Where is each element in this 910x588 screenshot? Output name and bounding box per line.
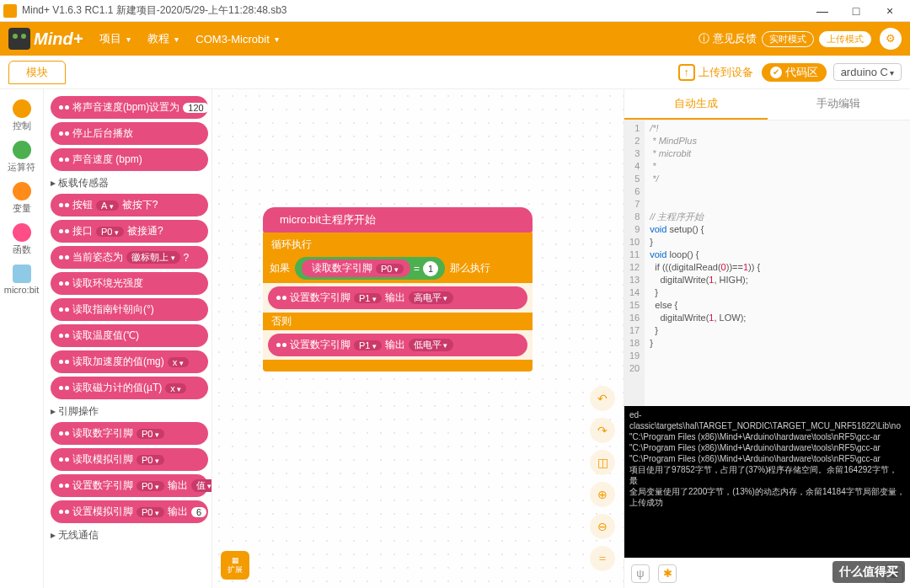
tab-modules[interactable]: 模块	[8, 61, 66, 84]
gear-icon[interactable]: ⚙	[880, 28, 902, 50]
redo-button[interactable]: ↷	[590, 418, 615, 443]
cat-control[interactable]: 控制	[0, 96, 43, 136]
block-bpm[interactable]: 声音速度 (bpm)	[51, 148, 208, 171]
main-area: 控制 运算符 变量 函数 micro:bit 将声音速度(bpm)设置为120 …	[0, 89, 910, 588]
menu-project[interactable]: 项目	[91, 28, 139, 50]
canvas-controls: ↶ ↷ ◫ ⊕ ⊖ ＝	[590, 386, 615, 571]
block-temp[interactable]: 读取温度值(℃)	[51, 324, 208, 347]
block-read-digital[interactable]: 读取数字引脚P0	[302, 259, 410, 277]
block-analog-write[interactable]: 设置模拟引脚P0输出6	[51, 500, 208, 523]
feedback-link[interactable]: ⓘ 意见反馈	[699, 31, 757, 46]
extension-button[interactable]: ▦扩展	[221, 551, 249, 580]
language-select[interactable]: arduino C	[833, 63, 902, 81]
usb-icon[interactable]: ψ	[631, 564, 650, 583]
window-title: Mind+ V1.6.3 RC1.1 新建项目-2020/5/29-上午11:2…	[22, 3, 287, 18]
block-forever[interactable]: 循环执行 如果 读取数字引脚P0 = 1 那么执行 设置数字引脚P1输出高电平 …	[263, 233, 533, 372]
block-analog-read[interactable]: 读取模拟引脚P0	[51, 448, 208, 471]
tab-manual-edit[interactable]: 手动编辑	[768, 89, 911, 120]
mode-upload[interactable]: 上传模式	[819, 31, 871, 47]
else-label: 否则	[263, 313, 533, 330]
forever-label: 循环执行	[263, 236, 533, 254]
block-set-bpm[interactable]: 将声音速度(bpm)设置为120	[51, 96, 208, 119]
logo-icon	[8, 28, 30, 50]
cat-variables[interactable]: 变量	[0, 179, 43, 218]
zoom-reset-button[interactable]: ＝	[590, 546, 615, 571]
zoom-in-button[interactable]: ⊕	[590, 482, 615, 507]
palette-head-wireless: 无线通信	[51, 528, 208, 543]
source-code: /*! * MindPlus * microbit * */ // 主程序开始 …	[645, 120, 765, 406]
code-tabs: 自动生成 手动编辑	[624, 89, 910, 120]
line-gutter: 1234567891011121314151617181920	[624, 120, 645, 406]
script-stack[interactable]: micro:bit主程序开始 循环执行 如果 读取数字引脚P0 = 1 那么执行…	[263, 207, 533, 372]
block-button[interactable]: 按钮A被按下?	[51, 194, 208, 216]
cat-microbit[interactable]: micro:bit	[0, 261, 43, 298]
undo-button[interactable]: ↶	[590, 386, 615, 411]
fire-icon[interactable]: ✱	[658, 564, 677, 583]
menu-port[interactable]: COM3-Microbit	[187, 29, 286, 49]
maximize-button[interactable]: □	[839, 4, 873, 18]
block-equals[interactable]: 读取数字引脚P0 = 1	[295, 257, 445, 280]
block-stop-bg[interactable]: 停止后台播放	[51, 122, 208, 145]
logo-text: Mind+	[34, 29, 83, 49]
upload-icon: ↑	[678, 64, 695, 81]
watermark: 什么值得买	[832, 561, 905, 583]
window-titlebar: Mind+ V1.6.3 RC1.1 新建项目-2020/5/29-上午11:2…	[0, 0, 910, 22]
num-input[interactable]: 1	[423, 261, 438, 276]
block-compass[interactable]: 读取指南针朝向(°)	[51, 298, 208, 321]
palette-head-sensors: 板载传感器	[51, 176, 208, 190]
crop-button[interactable]: ◫	[590, 450, 615, 475]
code-panel: 自动生成 手动编辑 123456789101112131415161718192…	[624, 89, 910, 588]
cat-operators[interactable]: 运算符	[0, 137, 43, 177]
cat-functions[interactable]: 函数	[0, 220, 43, 259]
block-gesture[interactable]: 当前姿态为徽标朝上?	[51, 246, 208, 269]
minimize-button[interactable]: —	[806, 4, 839, 18]
upload-button[interactable]: ↑ 上传到设备	[678, 64, 753, 81]
app-icon	[3, 4, 17, 18]
block-set-high[interactable]: 设置数字引脚P1输出高电平	[268, 286, 527, 309]
category-column: 控制 运算符 变量 函数 micro:bit	[0, 89, 44, 588]
block-accel[interactable]: 读取加速度的值(mg)x	[51, 350, 208, 373]
upload-label: 上传到设备	[699, 65, 753, 80]
menu-tutorial[interactable]: 教程	[139, 28, 187, 50]
mode-realtime[interactable]: 实时模式	[762, 31, 814, 47]
code-area-toggle[interactable]: 代码区	[762, 63, 827, 82]
script-canvas[interactable]: micro:bit主程序开始 循环执行 如果 读取数字引脚P0 = 1 那么执行…	[212, 89, 624, 588]
block-light[interactable]: 读取环境光强度	[51, 272, 208, 295]
block-hat-start[interactable]: micro:bit主程序开始	[263, 207, 533, 233]
block-palette[interactable]: 将声音速度(bpm)设置为120 停止后台播放 声音速度 (bpm) 板载传感器…	[44, 89, 212, 588]
block-if[interactable]: 如果 读取数字引脚P0 = 1 那么执行	[263, 254, 533, 283]
output-console[interactable]: ed-classic\targets\hal\TARGET_NORDIC\TAR…	[624, 406, 910, 558]
block-mag[interactable]: 读取磁力计的值(µT)x	[51, 377, 208, 399]
block-digital-read[interactable]: 读取数字引脚P0	[51, 422, 208, 445]
menubar: Mind+ 项目 教程 COM3-Microbit ⓘ 意见反馈 实时模式 上传…	[0, 22, 910, 56]
zoom-out-button[interactable]: ⊖	[590, 514, 615, 539]
subbar: 模块 ↑ 上传到设备 代码区 arduino C	[0, 56, 910, 89]
code-editor[interactable]: 1234567891011121314151617181920 /*! * Mi…	[624, 120, 910, 406]
block-digital-write[interactable]: 设置数字引脚P0输出值	[51, 474, 208, 497]
tab-auto-gen[interactable]: 自动生成	[624, 89, 768, 120]
block-set-low[interactable]: 设置数字引脚P1输出低电平	[268, 334, 527, 356]
block-port[interactable]: 接口P0被接通?	[51, 220, 208, 243]
palette-head-pins: 引脚操作	[51, 404, 208, 419]
close-button[interactable]: ×	[873, 4, 907, 18]
